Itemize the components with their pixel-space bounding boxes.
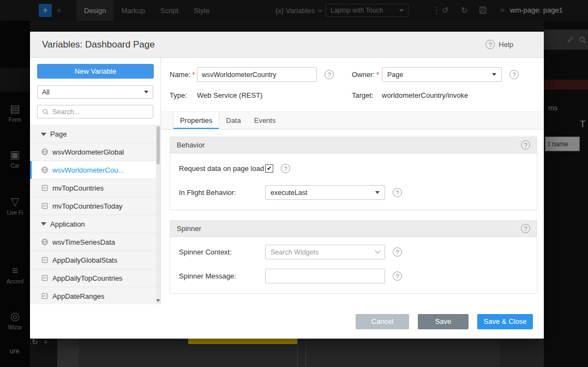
variable-summary-form: Name:* Owner:* Page <box>161 58 544 99</box>
detail-tab[interactable]: Events <box>248 112 283 129</box>
dialog-body: New Variable All <box>30 58 544 304</box>
help-icon[interactable] <box>521 224 530 233</box>
help-label: Help <box>499 40 513 49</box>
save-close-button[interactable]: Save & Close <box>477 314 533 329</box>
variable-name-label: Application <box>50 220 85 228</box>
dialog-title: Variables: Dashboard Page <box>42 39 155 50</box>
help-icon[interactable] <box>393 247 402 257</box>
behavior-section-body: Request data on page load ✔ In Flight Be… <box>170 153 537 210</box>
owner-label-text: Owner: <box>352 70 375 79</box>
spinner-section-body: Spinner Context: Search Widgets Spinner … <box>170 237 537 293</box>
help-icon[interactable] <box>325 70 334 79</box>
spinner-message-input[interactable] <box>265 269 385 283</box>
variable-name-label: AppDailyTopCountries <box>52 274 123 282</box>
cancel-button[interactable]: Cancel <box>356 314 409 329</box>
scroll-down-icon[interactable] <box>156 299 160 302</box>
variable-tree-row[interactable]: wsvWorldometerCou... <box>30 161 160 179</box>
section-title: Spinner <box>177 224 201 233</box>
variables-dialog: Variables: Dashboard Page Help New Varia… <box>30 32 544 339</box>
chevron-down-icon <box>144 91 148 93</box>
variables-list-panel: New Variable All <box>30 58 161 304</box>
spinner-section-header: Spinner <box>170 221 537 237</box>
web-service-variable-icon <box>41 148 49 156</box>
variable-filter-select[interactable]: All <box>37 85 153 99</box>
variable-tree-row[interactable]: AppDailyGlobalStats <box>30 251 160 269</box>
in-flight-control: executeLast <box>265 185 385 200</box>
request-on-load-checkbox[interactable]: ✔ <box>265 164 273 173</box>
variable-tree-row[interactable]: wsvWordometerGlobal <box>30 143 160 161</box>
new-variable-button[interactable]: New Variable <box>37 64 154 79</box>
variable-name-label: mvTopCountriesToday <box>52 202 123 210</box>
chevron-down-icon[interactable] <box>41 222 46 226</box>
variable-tree-row[interactable]: mvTopCountriesToday <box>30 197 160 215</box>
type-label: Type: <box>170 91 197 99</box>
filter-value: All <box>42 88 50 96</box>
spinner-context-placeholder: Search Widgets <box>271 248 319 256</box>
in-flight-row: In Flight Behavior: executeLast <box>179 185 528 200</box>
help-link[interactable]: Help <box>485 40 513 49</box>
required-asterisk: * <box>192 70 195 79</box>
variable-tree: Page wsvWordometerGlobal <box>30 125 160 304</box>
variable-tree-row[interactable]: mvTopCountries <box>30 179 160 197</box>
in-flight-label: In Flight Behavior: <box>179 188 265 197</box>
name-label-text: Name: <box>170 70 190 79</box>
owner-select[interactable]: Page <box>382 67 502 82</box>
web-service-variable-icon <box>41 166 49 174</box>
detail-tab[interactable]: Properties <box>173 112 219 129</box>
variable-name-label: wsvWorldometerCou... <box>52 166 124 174</box>
required-asterisk: * <box>376 70 379 79</box>
spinner-message-label: Spinner Message: <box>179 272 265 280</box>
variable-name-label: wsvWordometerGlobal <box>52 148 124 156</box>
spinner-context-select[interactable]: Search Widgets <box>265 245 385 259</box>
detail-tab-label: Events <box>254 116 276 125</box>
variable-detail-panel: Name:* Owner:* Page <box>161 58 544 304</box>
help-icon[interactable] <box>281 164 290 173</box>
model-variable-icon <box>41 184 49 192</box>
owner-value: Page <box>387 71 403 79</box>
owner-label: Owner:* <box>352 70 382 79</box>
spinner-message-control <box>265 269 385 283</box>
request-on-load-row: Request data on page load ✔ <box>179 161 528 176</box>
detail-tab-label: Data <box>226 116 241 125</box>
help-icon[interactable] <box>509 70 519 79</box>
variable-name-input[interactable] <box>197 67 317 82</box>
web-service-variable-icon <box>41 238 49 246</box>
chevron-down-icon <box>492 73 496 76</box>
variable-name-label: AppDailyGlobalStats <box>52 256 117 264</box>
variable-name-label: mvTopCountries <box>52 184 104 192</box>
help-icon <box>485 40 495 49</box>
detail-tabs: Properties Data Events <box>161 111 544 129</box>
search-input[interactable] <box>52 108 148 116</box>
chevron-down-icon <box>375 248 381 254</box>
type-target-row: Type: Web Service (REST) Target: worldom… <box>170 91 522 99</box>
variable-tree-row[interactable]: Application <box>30 215 160 233</box>
dialog-footer: Cancel Save Save & Close <box>30 304 544 339</box>
chevron-down-icon[interactable] <box>41 133 46 136</box>
properties-content: Behavior Request data on page load ✔ In … <box>161 129 544 304</box>
target-value: worldometerCountry/invoke <box>382 91 468 99</box>
name-label: Name:* <box>170 70 197 79</box>
variable-search[interactable] <box>37 105 153 119</box>
help-icon[interactable] <box>393 188 402 197</box>
tree-scrollbar[interactable] <box>156 125 160 304</box>
detail-tab[interactable]: Data <box>219 112 247 129</box>
scrollbar-thumb[interactable] <box>157 126 160 164</box>
request-on-load-label: Request data on page load <box>179 164 265 173</box>
variable-name-label: AppDateRanges <box>52 292 104 300</box>
variable-tree-row[interactable]: Page <box>30 125 160 143</box>
variable-tree-row[interactable]: AppDateRanges <box>30 287 160 304</box>
owner-field-group: Owner:* Page <box>352 67 519 82</box>
variable-name-label: Page <box>50 130 67 138</box>
help-icon[interactable] <box>393 271 402 281</box>
help-icon[interactable] <box>521 140 530 150</box>
in-flight-select[interactable]: executeLast <box>265 185 385 200</box>
model-variable-icon <box>41 292 49 300</box>
target-label: Target: <box>352 91 382 99</box>
name-owner-row: Name:* Owner:* Page <box>170 67 522 82</box>
save-button[interactable]: Save <box>418 314 469 329</box>
chevron-down-icon <box>375 191 380 194</box>
variable-tree-row[interactable]: wsvTimeSeriesData <box>30 233 160 251</box>
name-field-group: Name:* <box>170 67 352 82</box>
spinner-context-control: Search Widgets <box>265 245 385 259</box>
variable-tree-row[interactable]: AppDailyTopCountries <box>30 269 160 287</box>
